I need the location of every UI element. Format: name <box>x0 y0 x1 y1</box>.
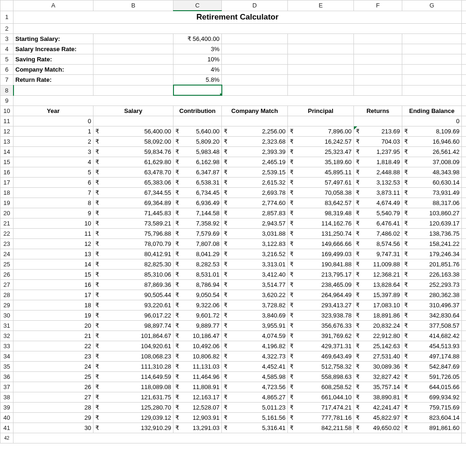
cell-contribution[interactable]: ₹10,186.47 <box>173 331 222 341</box>
cell-returns[interactable]: ₹1,237.95 <box>354 146 402 157</box>
cell-year[interactable]: 6 <box>13 177 93 187</box>
hdr-year[interactable]: Year <box>13 106 93 116</box>
cell-year[interactable]: 25 <box>13 371 93 382</box>
cell-company-match[interactable]: ₹4,865.27 <box>222 392 288 402</box>
cell-principal[interactable]: ₹7,896.00 <box>288 126 354 136</box>
cell-ending-balance[interactable]: ₹891,861.60 <box>402 423 462 433</box>
cell-company-match[interactable]: ₹3,412.40 <box>222 269 288 279</box>
cell-ending-balance[interactable]: ₹699,934.92 <box>402 392 462 402</box>
cell-company-match[interactable]: ₹4,074.59 <box>222 331 288 341</box>
cell-principal[interactable]: ₹429,371.31 <box>288 341 354 351</box>
cell-ending-balance[interactable]: ₹158,241.22 <box>402 238 462 249</box>
cell-contribution[interactable]: ₹11,464.96 <box>173 371 222 382</box>
cell-principal[interactable]: ₹114,162.76 <box>288 218 354 228</box>
cell-ending-balance[interactable]: ₹454,513.93 <box>402 341 462 351</box>
cell-salary[interactable]: ₹85,310.06 <box>93 269 173 279</box>
row-header[interactable]: 35 <box>0 361 13 371</box>
cell-contribution[interactable]: ₹6,347.87 <box>173 167 222 177</box>
cell-year[interactable]: 3 <box>13 146 93 157</box>
cell-year[interactable]: 2 <box>13 136 93 146</box>
row-header[interactable]: 26 <box>0 269 13 279</box>
cell-contribution[interactable]: ₹5,809.20 <box>173 136 222 146</box>
row-header[interactable]: 12 <box>0 126 13 136</box>
param-label-saving-rate[interactable]: Saving Rate: <box>13 54 93 65</box>
cell-ending[interactable]: 0 <box>402 116 462 126</box>
cell-ending-balance[interactable]: ₹16,946.60 <box>402 136 462 146</box>
row-header[interactable]: 27 <box>0 279 13 290</box>
cell-contribution[interactable]: ₹7,144.58 <box>173 208 222 218</box>
cell-returns[interactable]: ₹6,476.41 <box>354 218 402 228</box>
cell-company-match[interactable]: ₹2,393.39 <box>222 146 288 157</box>
cell-year[interactable]: 8 <box>13 198 93 208</box>
cell-year[interactable]: 30 <box>13 423 93 433</box>
cell-returns[interactable]: ₹2,448.88 <box>354 167 402 177</box>
cell-company-match[interactable]: ₹3,122.83 <box>222 238 288 249</box>
cell-principal[interactable]: ₹293,413.27 <box>288 300 354 310</box>
cell-returns[interactable]: ₹25,142.63 <box>354 341 402 351</box>
cell-returns[interactable]: ₹213.69 <box>354 126 402 136</box>
cell-salary[interactable]: ₹111,310.28 <box>93 361 173 371</box>
col-header-F[interactable]: F <box>354 0 402 11</box>
param-label-starting-salary[interactable]: Starting Salary: <box>13 34 93 44</box>
param-value-return-rate[interactable]: 5.8% <box>173 75 222 86</box>
col-header-C[interactable]: C <box>173 0 222 11</box>
cell-principal[interactable]: ₹57,497.61 <box>288 177 354 187</box>
cell-principal[interactable]: ₹45,895.11 <box>288 167 354 177</box>
cell-contribution[interactable]: ₹5,640.00 <box>173 126 222 136</box>
cell-returns[interactable]: ₹3,132.53 <box>354 177 402 187</box>
cell-salary[interactable]: ₹67,344.55 <box>93 187 173 198</box>
cell-year[interactable]: 0 <box>13 116 93 126</box>
cell-ending-balance[interactable]: ₹252,293.73 <box>402 279 462 290</box>
cell-principal[interactable]: ₹149,666.66 <box>288 238 354 249</box>
cell-principal[interactable]: ₹512,758.32 <box>288 361 354 371</box>
cell-year[interactable]: 17 <box>13 290 93 300</box>
cell-salary[interactable]: ₹125,280.70 <box>93 402 173 412</box>
cell-contribution[interactable]: ₹12,528.07 <box>173 402 222 412</box>
cell-year[interactable]: 24 <box>13 361 93 371</box>
title-cell[interactable]: Retirement Calculator <box>13 11 462 24</box>
cell-contribution[interactable]: ₹6,538.31 <box>173 177 222 187</box>
col-header-B[interactable]: B <box>93 0 173 11</box>
spreadsheet[interactable]: A B C D E F G 1 Retirement Calculator 2 … <box>0 0 466 443</box>
cell-salary[interactable]: ₹114,649.59 <box>93 371 173 382</box>
cell-principal[interactable]: ₹238,465.09 <box>288 279 354 290</box>
cell-ending-balance[interactable]: ₹26,561.42 <box>402 146 462 157</box>
cell-company-match[interactable]: ₹4,723.56 <box>222 382 288 392</box>
row-header[interactable]: 29 <box>0 300 13 310</box>
cell-company-match[interactable]: ₹4,585.98 <box>222 371 288 382</box>
cell-ending-balance[interactable]: ₹644,015.66 <box>402 382 462 392</box>
cell-company-match[interactable]: ₹3,031.88 <box>222 228 288 238</box>
cell-principal[interactable]: ₹98,319.48 <box>288 208 354 218</box>
hdr-ending-balance[interactable]: Ending Balance <box>402 106 462 116</box>
cell-salary[interactable]: ₹101,864.67 <box>93 331 173 341</box>
cell-salary[interactable]: ₹71,445.83 <box>93 208 173 218</box>
cell-principal[interactable]: ₹131,250.74 <box>288 228 354 238</box>
row-header[interactable]: 30 <box>0 310 13 320</box>
cell-ending-balance[interactable]: ₹310,496.37 <box>402 300 462 310</box>
cell-principal[interactable]: ₹83,642.57 <box>288 198 354 208</box>
cell-salary[interactable]: ₹63,478.70 <box>93 167 173 177</box>
cell-contribution[interactable]: ₹7,358.92 <box>173 218 222 228</box>
cell-salary[interactable]: ₹58,092.00 <box>93 136 173 146</box>
cell-principal[interactable]: ₹70,058.38 <box>288 187 354 198</box>
cell-company-match[interactable]: ₹3,728.82 <box>222 300 288 310</box>
cell-year[interactable]: 1 <box>13 126 93 136</box>
row-header[interactable]: 28 <box>0 290 13 300</box>
col-header-D[interactable]: D <box>222 0 288 11</box>
cell-year[interactable]: 16 <box>13 279 93 290</box>
cell-company-match[interactable]: ₹5,011.23 <box>222 402 288 412</box>
row-header[interactable]: 31 <box>0 320 13 331</box>
cell-principal[interactable]: ₹558,898.63 <box>288 371 354 382</box>
row-header[interactable]: 22 <box>0 228 13 238</box>
col-header-E[interactable]: E <box>288 0 354 11</box>
row-header[interactable]: 32 <box>0 331 13 341</box>
cell-year[interactable]: 10 <box>13 218 93 228</box>
param-label-salary-increase[interactable]: Salary Increase Rate: <box>13 44 93 54</box>
cell-contribution[interactable]: ₹7,579.69 <box>173 228 222 238</box>
cell-principal[interactable]: ₹391,769.62 <box>288 331 354 341</box>
cell-contribution[interactable]: ₹12,903.91 <box>173 412 222 423</box>
cell-salary[interactable]: ₹78,070.79 <box>93 238 173 249</box>
cell-contribution[interactable]: ₹6,936.49 <box>173 198 222 208</box>
cell-year[interactable]: 12 <box>13 238 93 249</box>
cell-year[interactable]: 18 <box>13 300 93 310</box>
